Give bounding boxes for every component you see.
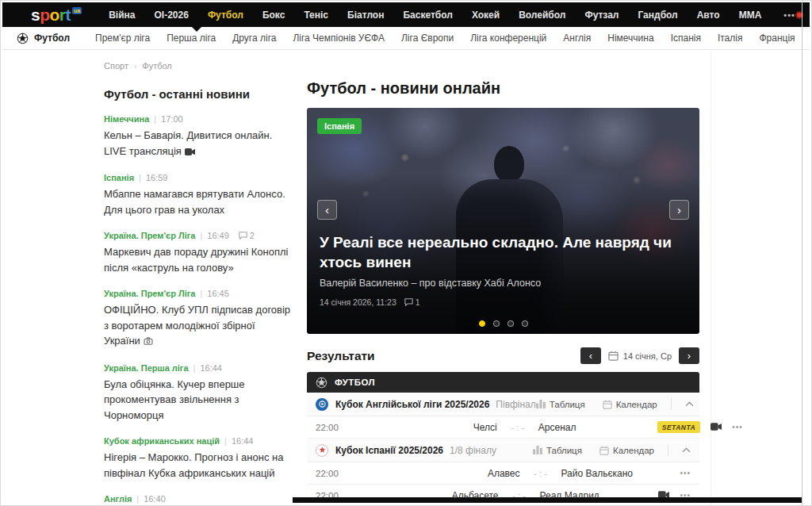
comment-icon xyxy=(404,298,413,306)
table-row[interactable]: 22:00 Алавес - : - Райо Вальєкано ••• xyxy=(307,462,699,485)
list-item[interactable]: Німеччина|17:00 Кельн – Баварія. Дивитис… xyxy=(104,114,294,159)
site-logo[interactable]: sport ua xyxy=(31,6,82,23)
hero-category-badge[interactable]: Іспанія xyxy=(317,118,362,134)
subnav-persha-liga[interactable]: Перша ліга xyxy=(167,33,216,44)
news-headline: ОФІЦІЙНО. Клуб УПЛ підписав договір з во… xyxy=(104,304,290,347)
subnav-uel[interactable]: Ліга Європи xyxy=(401,33,454,44)
news-tag[interactable]: Англія xyxy=(104,494,132,504)
nav-item-basketball[interactable]: Баскетбол xyxy=(403,10,452,21)
carousel-dot[interactable] xyxy=(522,320,528,327)
subnav-uecl[interactable]: Ліга конференцій xyxy=(470,33,546,44)
table-link[interactable]: Таблиця xyxy=(533,446,582,455)
subnav-england[interactable]: Англія xyxy=(563,33,591,44)
subnav-premier-liga[interactable]: Прем'єр ліга xyxy=(95,33,150,44)
news-tag[interactable]: Німеччина xyxy=(104,114,149,124)
hero-headline[interactable]: У Реалі все нереально складно. Але навря… xyxy=(320,232,687,272)
list-item[interactable]: Кубок африканських націй|16:44 Нігерія –… xyxy=(104,436,294,481)
chevron-up-icon[interactable] xyxy=(685,401,694,407)
news-time: 16:45 xyxy=(207,289,229,298)
subnav-italy[interactable]: Італія xyxy=(718,33,743,44)
results-header: Результати ‹ 14 січня, Ср › xyxy=(307,347,699,364)
more-options-icon[interactable]: ••• xyxy=(732,423,743,431)
carousel-next-button[interactable]: › xyxy=(669,200,689,220)
nav-item-futsal[interactable]: Футзал xyxy=(584,10,619,21)
hero-caption: У Реалі все нереально складно. Але навря… xyxy=(320,232,687,307)
away-team[interactable]: Райо Вальєкано xyxy=(561,468,680,479)
nav-item-boxing[interactable]: Бокс xyxy=(262,10,285,21)
carousel-prev-button[interactable]: ‹ xyxy=(317,200,337,220)
prev-day-button[interactable]: ‹ xyxy=(580,347,601,364)
competition-name[interactable]: Кубок Англійської ліги 2025/2026 xyxy=(335,399,489,410)
nav-item-tennis[interactable]: Теніс xyxy=(304,10,328,21)
list-item[interactable]: Україна. Перша ліга|16:44 Була обіцянка.… xyxy=(104,363,294,424)
news-time: 16:49 xyxy=(207,231,229,240)
hero-byline: Валерій Василенко – про відставку Хабі А… xyxy=(320,278,687,289)
soccer-ball-icon xyxy=(316,377,327,389)
list-item[interactable]: Англія|16:40 Капітан Манчестер Сіті гото… xyxy=(104,494,294,505)
match-time: 22:00 xyxy=(316,423,339,432)
table-link[interactable]: Таблиця xyxy=(536,400,585,409)
news-time: 16:44 xyxy=(200,363,222,373)
latest-news-sidebar: Спорт › Футбол Футбол - останні новини Н… xyxy=(104,51,294,505)
next-day-button[interactable]: › xyxy=(679,347,699,364)
list-item[interactable]: Україна. Прем'єр Ліга|16:45 ОФІЦІЙНО. Кл… xyxy=(104,289,294,350)
nav-item-oi2026[interactable]: ОІ-2026 xyxy=(155,10,189,21)
nav-item-war[interactable]: Війна xyxy=(109,10,135,21)
carousel-dot[interactable] xyxy=(479,320,485,327)
logo-ua-badge: ua xyxy=(72,7,82,14)
carousel-dot[interactable] xyxy=(493,320,500,327)
subnav-france[interactable]: Франція xyxy=(759,33,795,44)
nav-item-handball[interactable]: Гандбол xyxy=(638,10,677,21)
subnav-ucl[interactable]: Ліга Чемпіонів УЄФА xyxy=(293,33,385,44)
away-team[interactable]: Арсенал xyxy=(538,422,657,433)
calendar-link[interactable]: Календар xyxy=(603,400,657,409)
competition-header: Кубок Англійської ліги 2025/2026 Півфіна… xyxy=(307,393,699,416)
calendar-link[interactable]: Календар xyxy=(599,446,654,455)
competition-header: Кубок Іспанії 2025/2026 1/8 фіналу Табли… xyxy=(307,439,699,462)
breadcrumb-sport[interactable]: Спорт xyxy=(104,61,128,71)
date-selector[interactable]: 14 січня, Ср xyxy=(608,351,672,361)
top-navbar: sport ua Війна ОІ-2026 Футбол Бокс Теніс… xyxy=(2,2,810,27)
nav-more-icon[interactable]: ••• xyxy=(783,10,795,20)
nav-item-biathlon[interactable]: Біатлон xyxy=(347,10,384,21)
news-time: 17:00 xyxy=(161,114,183,124)
subnav-spain[interactable]: Іспанія xyxy=(671,33,701,44)
breadcrumb: Спорт › Футбол xyxy=(104,61,294,71)
hero-carousel[interactable]: Іспанія ‹ › У Реалі все нереально складн… xyxy=(307,108,699,334)
nav-item-football[interactable]: Футбол xyxy=(208,10,243,21)
nav-item-volleyball[interactable]: Волейбол xyxy=(519,10,565,21)
calendar-icon xyxy=(599,446,609,455)
breadcrumb-football[interactable]: Футбол xyxy=(142,61,172,71)
list-item[interactable]: Іспанія|16:59 Мбаппе намагався врятувати… xyxy=(104,173,294,217)
subnav-football-home[interactable]: Футбол xyxy=(17,33,70,44)
home-team[interactable]: Алавес xyxy=(416,468,519,479)
nav-item-hockey[interactable]: Хокей xyxy=(472,10,500,21)
news-time: 16:44 xyxy=(232,436,254,446)
comments-count: 2 xyxy=(239,231,255,240)
subnav-germany[interactable]: Німеччина xyxy=(607,33,653,44)
competition-name[interactable]: Кубок Іспанії 2025/2026 xyxy=(335,445,443,456)
news-tag[interactable]: Україна. Перша ліга xyxy=(104,363,189,373)
news-headline: Нігерія – Марокко. Прогноз і анонс на пі… xyxy=(104,450,294,481)
subnav-items: Прем'єр ліга Перша ліга Друга ліга Ліга … xyxy=(95,33,812,44)
carousel-dot[interactable] xyxy=(508,320,514,327)
more-options-icon[interactable]: ••• xyxy=(680,469,691,477)
nav-item-mma[interactable]: MMA xyxy=(739,10,762,21)
table-row[interactable]: 22:00 Челсі - : - Арсенал SETANTA ••• xyxy=(307,416,699,439)
news-tag[interactable]: Кубок африканських націй xyxy=(104,436,220,446)
home-team[interactable]: Челсі xyxy=(394,422,497,433)
scrollbar[interactable] xyxy=(802,1,802,505)
news-tag[interactable]: Україна. Прем'єр Ліга xyxy=(104,231,195,240)
news-tag[interactable]: Україна. Прем'єр Ліга xyxy=(104,289,195,298)
chevron-up-icon[interactable] xyxy=(682,447,691,453)
nav-item-auto[interactable]: Авто xyxy=(697,10,720,21)
news-tag[interactable]: Іспанія xyxy=(104,173,134,182)
match-time: 22:00 xyxy=(316,469,361,478)
list-item[interactable]: Україна. Прем'єр Ліга|16:49 2 Маркевич д… xyxy=(104,231,294,275)
news-headline: Мбаппе намагався врятувати Алонсо. Для ц… xyxy=(104,186,294,217)
page-title: Футбол - новини онлайн xyxy=(307,79,699,98)
football-subnav: Футбол Прем'єр ліга Перша ліга Друга ліг… xyxy=(2,27,810,50)
video-camera-icon[interactable] xyxy=(710,422,722,433)
subnav-druha-liga[interactable]: Друга ліга xyxy=(232,33,276,44)
sport-section-bar[interactable]: ФУТБОЛ xyxy=(307,372,699,393)
